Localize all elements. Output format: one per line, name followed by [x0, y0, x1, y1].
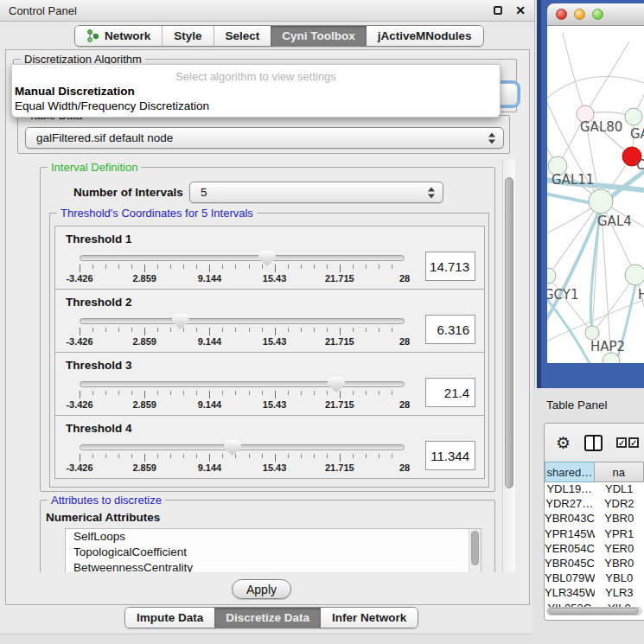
- window-title: Control Panel: [9, 4, 494, 17]
- cell[interactable]: YBL079W: [545, 571, 595, 586]
- cell[interactable]: YDL19…: [545, 482, 595, 497]
- tab-discretize-data[interactable]: Discretize Data: [214, 608, 321, 628]
- threshold-2-value-field[interactable]: 6.316: [425, 315, 475, 344]
- close-icon[interactable]: ✕: [515, 6, 526, 15]
- table-data-combobox[interactable]: galFiltered.sif default node: [25, 127, 504, 149]
- table-header-row: shared… na: [545, 462, 644, 482]
- slider-scale-labels: -3.426 2.859 9.144 15.43 21.715 28: [80, 462, 405, 474]
- table-row[interactable]: YBR043CYBR0: [545, 512, 644, 526]
- close-traffic-light-icon[interactable]: [556, 9, 567, 20]
- scale-label: 15.43: [263, 462, 287, 473]
- cell[interactable]: YPR145W: [545, 527, 595, 542]
- threshold-3-value-field[interactable]: 21.4: [425, 378, 475, 407]
- tab-jactivemnodules-label: jActiveMNodules: [378, 29, 472, 42]
- tab-cyni-toolbox-label: Cyni Toolbox: [282, 29, 355, 42]
- scale-label: 21.715: [325, 462, 354, 473]
- network-nodes[interactable]: [547, 105, 644, 363]
- thresholds-group-title: Threshold's Coordinates for 5 Intervals: [57, 207, 257, 220]
- algorithm-option-equal-width[interactable]: Equal Width/Frequency Discretization: [12, 98, 500, 112]
- cell[interactable]: YBR043C: [545, 512, 595, 526]
- cell[interactable]: YBR0: [595, 557, 644, 571]
- cell[interactable]: YDL1: [595, 482, 644, 497]
- scale-label: 15.43: [263, 273, 287, 284]
- threshold-4-box: Threshold 4 -3.426 2.859 9.144 1: [54, 415, 485, 479]
- network-canvas[interactable]: GAL80 GA C GAL11 GAL4 GCY1 H HAP2: [547, 26, 644, 363]
- table-row[interactable]: YLR345WYLR3: [545, 586, 644, 601]
- scale-label: 21.715: [325, 273, 354, 284]
- cell[interactable]: YBL0: [595, 571, 644, 586]
- slider-track: [80, 255, 405, 261]
- column-header-name[interactable]: na: [595, 462, 644, 482]
- network-window-titlebar: [547, 3, 644, 26]
- node-label: GAL11: [552, 172, 594, 188]
- algorithm-option-manual[interactable]: Manual Discretization: [12, 83, 500, 98]
- table-row[interactable]: YBL079WYBL0: [545, 571, 644, 586]
- algorithm-dropdown-popup: Select algorithm to view settings Manual…: [11, 64, 501, 118]
- scale-label: -3.426: [66, 273, 92, 284]
- threshold-1-box: Threshold 1 -3.426 2.859 9.144 1: [54, 226, 485, 290]
- table-data-selected-value: galFiltered.sif default node: [36, 131, 173, 144]
- tab-cyni-toolbox[interactable]: Cyni Toolbox: [271, 26, 367, 46]
- apply-button[interactable]: Apply: [232, 579, 291, 599]
- tab-select[interactable]: Select: [214, 26, 271, 46]
- float-window-icon[interactable]: [494, 6, 502, 15]
- scale-label: 2.859: [132, 273, 156, 284]
- threshold-1-value-field[interactable]: 14.713: [425, 252, 475, 281]
- node-label: GA: [630, 126, 644, 142]
- threshold-3-label: Threshold 3: [66, 359, 475, 372]
- table-row[interactable]: YBR045CYBR0: [545, 557, 644, 571]
- node-label: C: [636, 157, 644, 173]
- list-item[interactable]: BetweennessCentrality: [66, 560, 481, 572]
- scale-label: 21.715: [325, 336, 354, 347]
- attributes-group-title: Attributes to discretize: [48, 494, 165, 507]
- threshold-1-slider: -3.426 2.859 9.144 15.43 21.715 28: [80, 250, 405, 288]
- table-rows: YDL19…YDL1 YDR27…YDR2 YBR043CYBR0 YPR145…: [545, 482, 644, 616]
- cell[interactable]: YLR345W: [545, 586, 595, 601]
- minimize-traffic-light-icon[interactable]: [574, 9, 585, 20]
- cell[interactable]: YER0: [595, 542, 644, 557]
- tab-network[interactable]: Network: [75, 26, 162, 46]
- node-label: GAL4: [597, 214, 632, 229]
- numerical-attributes-list: SelfLoops TopologicalCoefficient Between…: [65, 528, 481, 572]
- algorithm-dropdown-prompt: Select algorithm to view settings: [12, 65, 500, 83]
- checkbox-checked-icon[interactable]: ✓: [616, 437, 627, 448]
- list-item[interactable]: SelfLoops: [66, 529, 481, 545]
- column-layout-icon[interactable]: [584, 435, 603, 451]
- column-header-shared-name[interactable]: shared…: [545, 462, 595, 482]
- scrollbar-thumb[interactable]: [471, 531, 479, 565]
- tab-impute-data[interactable]: Impute Data: [125, 608, 214, 628]
- list-item[interactable]: TopologicalCoefficient: [66, 545, 481, 560]
- slider-track: [80, 318, 405, 324]
- scale-label: 15.43: [263, 336, 287, 347]
- tab-style[interactable]: Style: [162, 26, 213, 46]
- scrollbar-thumb[interactable]: [505, 177, 513, 488]
- number-of-intervals-combobox[interactable]: 5: [189, 182, 443, 203]
- zoom-traffic-light-icon[interactable]: [592, 9, 603, 20]
- table-row[interactable]: YER054CYER0: [545, 542, 644, 557]
- table-row[interactable]: YDR27…YDR2: [545, 497, 644, 512]
- gear-icon[interactable]: ⚙: [556, 435, 571, 451]
- list-scrollbar[interactable]: [469, 529, 481, 572]
- tab-jactivemnodules[interactable]: jActiveMNodules: [367, 26, 483, 46]
- combo-stepper-arrows-icon: [428, 186, 436, 199]
- tab-infer-network[interactable]: Infer Network: [321, 608, 418, 628]
- cell[interactable]: YER054C: [545, 542, 595, 557]
- table-horizontal-scrollbar[interactable]: [546, 607, 642, 615]
- cell[interactable]: YDR2: [595, 497, 644, 512]
- cell[interactable]: YLR3: [595, 586, 644, 601]
- table-row[interactable]: YDL19…YDL1: [545, 482, 644, 497]
- table-row[interactable]: YPR145WYPR1: [545, 527, 644, 542]
- select-columns-icon[interactable]: ✓ ✓: [616, 437, 639, 448]
- checkbox-checked-icon[interactable]: ✓: [628, 437, 639, 448]
- interval-definition-group: Interval Definition Number of Intervals …: [40, 167, 495, 492]
- threshold-4-value-field[interactable]: 11.344: [425, 441, 475, 470]
- cell[interactable]: YPR1: [595, 527, 644, 542]
- scale-label: 28: [399, 336, 410, 347]
- threshold-2-label: Threshold 2: [66, 296, 475, 309]
- control-panel-window: Control Panel ✕ Network Style Select Cyn…: [0, 0, 535, 634]
- settings-scrollbar[interactable]: [502, 160, 515, 572]
- cell[interactable]: YBR045C: [545, 557, 595, 571]
- cell[interactable]: YBR0: [595, 512, 644, 526]
- cell[interactable]: YDR27…: [545, 497, 595, 512]
- scrollbar-thumb[interactable]: [548, 608, 639, 615]
